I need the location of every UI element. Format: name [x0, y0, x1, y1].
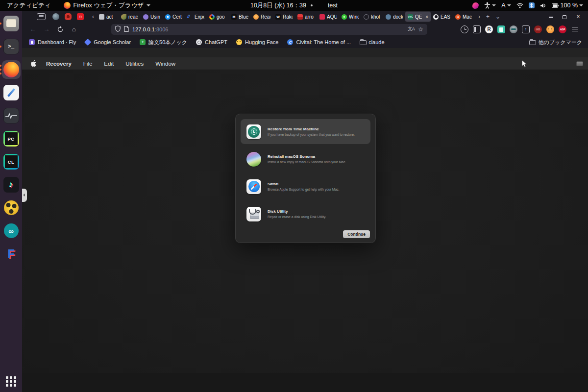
pinned-tab-ti[interactable] — [77, 13, 84, 20]
url-bar[interactable]: 127.0.0.1:8006 文A ☆ — [111, 24, 427, 35]
tab[interactable]: AQU — [317, 12, 339, 22]
tab[interactable]: Expo — [185, 12, 207, 22]
app-menu[interactable]: Firefox ウェブ・ブラウザ — [64, 1, 151, 10]
bookmark-item[interactable]: Dashboard · Fly — [29, 39, 76, 45]
tab-favicon — [386, 14, 391, 20]
window-indicator[interactable]: test — [328, 2, 338, 9]
dock-item-firefox[interactable] — [2, 60, 21, 79]
pinned-tab-globe[interactable] — [52, 13, 59, 20]
tab[interactable]: EAS — [431, 12, 453, 22]
sidebar-icon[interactable] — [473, 25, 481, 33]
tab-favicon — [455, 14, 461, 20]
menu-utilities[interactable]: Utilities — [125, 61, 144, 67]
tab[interactable]: Blue — [229, 12, 251, 22]
tab[interactable]: goo — [207, 12, 229, 22]
dock-item-tiktok[interactable] — [2, 175, 21, 194]
adblock-plus-icon[interactable] — [559, 25, 566, 33]
shield-icon[interactable] — [115, 25, 121, 33]
pinned-tab-red-burst[interactable] — [65, 13, 72, 20]
menu-recovery[interactable]: Recovery — [46, 61, 72, 67]
extension-r-icon[interactable] — [485, 25, 493, 33]
extension-teal-save-icon[interactable] — [497, 25, 505, 33]
close-tab-icon[interactable]: × — [425, 14, 428, 20]
tab[interactable]: act — [97, 12, 119, 22]
novnc-control-handle[interactable] — [22, 189, 27, 202]
tab[interactable]: Raku — [273, 12, 295, 22]
dock-item-clion[interactable]: CL — [2, 152, 21, 171]
tab-active[interactable]: QE× — [405, 12, 431, 22]
menu-file[interactable]: File — [83, 61, 93, 67]
history-clock-icon[interactable] — [461, 25, 468, 33]
wifi-icon[interactable] — [516, 3, 523, 8]
dock-item-arduino[interactable] — [2, 221, 21, 240]
forward-button[interactable]: → — [41, 24, 52, 35]
firefox-view-icon[interactable] — [37, 13, 46, 20]
dock-item-f-app[interactable] — [2, 245, 21, 263]
dock-item-text-editor[interactable] — [2, 83, 21, 102]
apple-menu[interactable] — [30, 60, 36, 67]
option-restore-time-machine[interactable]: Restore from Time Machine If you have ba… — [241, 119, 370, 144]
clock[interactable]: 10月8日 (水) 16：39 — [250, 1, 306, 10]
input-method-menu[interactable]: A — [501, 2, 511, 9]
safari-icon — [246, 179, 261, 194]
menu-window[interactable]: Window — [155, 61, 175, 67]
tab[interactable]: Certi — [163, 12, 185, 22]
bookmark-item[interactable]: 論文50本ノック — [140, 39, 187, 46]
volume-icon[interactable] — [540, 3, 546, 8]
accessibility-menu[interactable] — [484, 2, 496, 9]
scroll-tabs-right-button[interactable]: › — [476, 13, 483, 20]
menu-hamburger-icon[interactable] — [571, 26, 579, 33]
option-reinstall-macos[interactable]: Reinstall macOS Sonoma Install a new cop… — [241, 147, 370, 172]
scroll-tabs-left-button[interactable]: ‹ — [90, 13, 97, 20]
dock-item-files[interactable] — [2, 14, 21, 33]
option-safari[interactable]: Safari Browse Apple Support to get help … — [241, 174, 370, 199]
tab[interactable]: Usin — [141, 12, 163, 22]
page-info-icon[interactable] — [124, 26, 129, 33]
tab[interactable]: Wind — [339, 12, 361, 22]
window-minimize-button[interactable] — [544, 13, 558, 20]
option-disk-utility[interactable]: Disk Utility Repair or erase a disk usin… — [241, 201, 370, 226]
dock-item-pycharm[interactable]: PC — [2, 129, 21, 148]
other-bookmarks-button[interactable]: 他のブックマーク — [529, 39, 582, 46]
bookmark-item[interactable]: Google Scholar — [85, 39, 131, 45]
show-applications-button[interactable] — [6, 376, 17, 387]
battery-menu[interactable]: 100 % — [552, 2, 583, 9]
bookmark-item[interactable]: Hugging Face — [236, 39, 279, 45]
app-indicator-icon[interactable] — [472, 2, 479, 9]
tab[interactable]: react — [119, 12, 141, 22]
bookmark-folder-claude[interactable]: claude — [360, 39, 384, 45]
tab[interactable]: Reac — [251, 12, 273, 22]
bluetooth-icon[interactable] — [529, 2, 535, 8]
tab[interactable]: Mac — [453, 12, 475, 22]
home-button[interactable]: ⌂ — [68, 24, 80, 35]
share-icon[interactable] — [522, 25, 530, 33]
green-plus-icon — [140, 39, 146, 45]
tab[interactable]: arro — [295, 12, 317, 22]
tab[interactable]: dock — [383, 12, 405, 22]
ublock-origin-icon[interactable] — [534, 25, 542, 33]
bookmark-star-icon[interactable]: ☆ — [418, 26, 423, 33]
option-subtitle: Browse Apple Support to get help with yo… — [268, 188, 340, 191]
reload-button[interactable] — [54, 24, 66, 35]
extension-face-icon[interactable] — [546, 25, 554, 33]
translate-icon[interactable]: 文A — [408, 26, 415, 32]
window-close-button[interactable]: × — [571, 13, 585, 20]
ball-game-icon — [4, 200, 19, 215]
menu-edit[interactable]: Edit — [104, 61, 114, 67]
back-button[interactable]: ← — [27, 24, 39, 35]
activities-button[interactable]: アクティビティ — [0, 0, 58, 11]
bookmark-item[interactable]: Civitai: The Home of ... — [287, 39, 351, 45]
dock-item-system-monitor[interactable] — [2, 106, 21, 125]
bookmark-item[interactable]: ChatGPT — [196, 39, 227, 45]
tab[interactable]: khol — [361, 12, 383, 22]
extension-raccoon-icon[interactable] — [510, 25, 517, 33]
list-all-tabs-button[interactable]: ⌄ — [493, 13, 503, 20]
dock-item-terminal[interactable] — [2, 37, 21, 56]
new-tab-button[interactable]: + — [484, 13, 492, 20]
continue-button[interactable]: Continue — [343, 230, 370, 238]
mouse-cursor — [522, 60, 527, 70]
keyboard-status-icon[interactable] — [576, 61, 583, 66]
window-maximize-button[interactable] — [558, 13, 571, 20]
running-dot — [0, 46, 1, 48]
dock-item-ball-game[interactable] — [2, 198, 21, 217]
